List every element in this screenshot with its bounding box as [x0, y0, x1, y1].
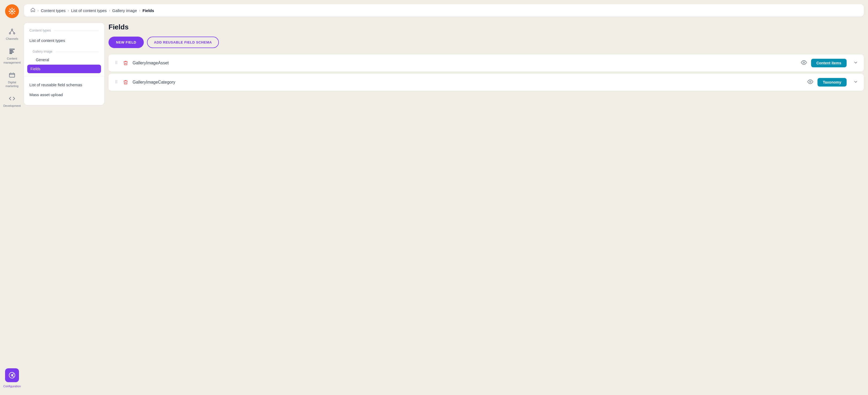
panel-sub-item-general[interactable]: General	[24, 56, 104, 64]
svg-point-24	[117, 61, 117, 61]
breadcrumb-gallery-image[interactable]: Gallery image	[112, 8, 137, 13]
svg-point-25	[116, 62, 116, 63]
configuration-label: Configuration	[3, 384, 21, 388]
field-name-asset: GalleryImageAsset	[132, 61, 797, 65]
svg-line-5	[10, 9, 11, 10]
svg-point-35	[117, 83, 117, 83]
marketing-icon	[9, 72, 15, 79]
delete-icon[interactable]	[123, 60, 128, 66]
taxonomy-badge[interactable]: Taxonomy	[817, 78, 847, 87]
svg-point-0	[11, 10, 13, 12]
panel-reusable-schemas[interactable]: List of reusable field schemas	[24, 80, 104, 90]
development-label: Development	[3, 104, 21, 108]
panel-divider	[24, 76, 104, 77]
panel-section-header: Content types	[24, 28, 104, 35]
add-reusable-field-button[interactable]: ADD REUSABLE FIELD SCHEMA	[147, 37, 219, 48]
chevron-down-icon[interactable]	[853, 79, 858, 86]
home-icon[interactable]	[30, 7, 35, 13]
eye-icon[interactable]	[807, 79, 813, 86]
svg-point-33	[117, 81, 117, 82]
content-items-badge[interactable]: Content items	[811, 59, 847, 67]
panel-mass-upload[interactable]: Mass asset upload	[24, 90, 104, 100]
sidebar-item-digital-marketing[interactable]: Digital marketing	[1, 69, 23, 91]
table-row: GalleryImageCategory Taxonomy	[108, 74, 864, 91]
toolbar: NEW FIELD ADD REUSABLE FIELD SCHEMA	[108, 37, 864, 48]
drag-handle-icon[interactable]	[114, 60, 119, 66]
content-management-label: Content management	[3, 57, 21, 64]
svg-point-26	[117, 62, 117, 63]
panel-list-content-types[interactable]: List of content types	[24, 35, 104, 45]
svg-point-32	[116, 81, 116, 82]
svg-point-36	[809, 81, 811, 83]
svg-rect-15	[10, 51, 13, 51]
svg-rect-16	[10, 52, 13, 52]
sidebar-item-content-management[interactable]: Content management	[1, 45, 23, 67]
table-row: GalleryImageAsset Content items	[108, 55, 864, 72]
sep-3: ›	[109, 8, 110, 12]
development-icon	[9, 95, 15, 103]
svg-point-31	[117, 80, 117, 81]
svg-rect-14	[10, 49, 14, 50]
content-area: Content types List of content types Gall…	[24, 23, 864, 395]
logo[interactable]	[5, 4, 19, 18]
breadcrumb-content-types[interactable]: Content types	[41, 8, 66, 13]
svg-line-7	[13, 9, 14, 10]
sidebar-item-configuration[interactable]: Configuration	[1, 366, 23, 391]
svg-line-6	[13, 12, 14, 13]
sep-2: ›	[68, 8, 69, 12]
panel-sub-item-fields[interactable]: Fields	[27, 65, 101, 73]
svg-point-29	[803, 62, 805, 63]
sep-1: ›	[37, 8, 39, 12]
digital-marketing-label: Digital marketing	[3, 80, 21, 88]
new-field-button[interactable]: NEW FIELD	[108, 37, 144, 48]
channels-icon	[9, 28, 15, 36]
breadcrumb-fields: Fields	[143, 8, 154, 13]
config-box	[5, 368, 19, 382]
field-name-category: GalleryImageCategory	[132, 80, 803, 85]
panel-section-label: Content types	[29, 28, 51, 32]
breadcrumb: › Content types › List of content types …	[24, 4, 864, 17]
svg-line-13	[12, 30, 14, 33]
svg-point-27	[116, 63, 116, 64]
sub-section-divider	[56, 52, 99, 52]
content-icon	[9, 48, 15, 56]
right-panel: Fields NEW FIELD ADD REUSABLE FIELD SCHE…	[108, 23, 864, 395]
eye-icon[interactable]	[801, 60, 807, 67]
svg-point-10	[9, 33, 11, 34]
svg-line-12	[10, 30, 12, 33]
svg-point-23	[116, 61, 116, 61]
panel-sub-header: Gallery image	[24, 47, 104, 56]
sidebar: Channels Content management Digital mark…	[0, 0, 24, 395]
svg-rect-17	[10, 53, 12, 54]
fields-list: GalleryImageAsset Content items	[108, 55, 864, 91]
drag-handle-icon[interactable]	[114, 79, 119, 85]
panel-sub-label: Gallery image	[33, 50, 52, 54]
svg-point-30	[116, 80, 116, 81]
panel-sub-section: Gallery image General Fields	[24, 47, 104, 73]
svg-point-28	[117, 63, 117, 64]
left-panel: Content types List of content types Gall…	[24, 23, 104, 105]
channels-label: Channels	[6, 37, 18, 41]
page-title: Fields	[108, 23, 864, 31]
sidebar-item-channels[interactable]: Channels	[1, 26, 23, 43]
sidebar-item-development[interactable]: Development	[1, 93, 23, 110]
svg-point-34	[116, 83, 116, 83]
sep-4: ›	[139, 8, 141, 12]
chevron-down-icon[interactable]	[853, 60, 858, 66]
breadcrumb-list-content-types[interactable]: List of content types	[71, 8, 106, 13]
main-area: › Content types › List of content types …	[24, 0, 868, 395]
svg-rect-18	[9, 73, 15, 77]
delete-icon[interactable]	[123, 79, 128, 85]
svg-point-11	[13, 33, 15, 34]
svg-line-8	[10, 12, 11, 13]
svg-point-9	[11, 29, 13, 30]
